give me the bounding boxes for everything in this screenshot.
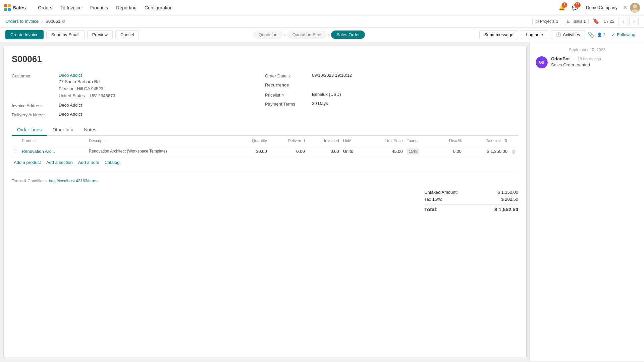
col-unit-price: Unit Price [366, 136, 405, 146]
customer-field: Customer Deco Addict 77 Santa Barbara Rd… [12, 71, 265, 101]
company-name: Demo Company [586, 5, 618, 10]
row-tax-excl: $ 1,350.00 [464, 146, 509, 157]
favorite-icon[interactable]: 🔖 [593, 18, 599, 24]
payment-terms-field: Payment Terms 30 Days [265, 99, 518, 108]
chatter-author: OdooBot [551, 56, 570, 61]
col-delivered: Delivered [269, 136, 307, 146]
next-record-button[interactable]: › [629, 17, 639, 26]
nav-products[interactable]: Products [86, 0, 112, 15]
chatter-text: Sales Order created [551, 62, 639, 67]
delivery-address-value: Deco Addict [59, 112, 82, 117]
row-uom: Units [341, 146, 366, 157]
preview-button[interactable]: Preview [87, 30, 113, 39]
tab-order-lines[interactable]: Order Lines [12, 124, 47, 136]
customer-link[interactable]: Deco Addict [59, 73, 82, 78]
customer-address: 77 Santa Barbara Rd Pleasant Hill CA 945… [59, 78, 115, 99]
order-date-field: Order Date ? 09/10/2023 19:10:12 [265, 71, 518, 80]
prev-record-button[interactable]: ‹ [619, 17, 628, 26]
add-note-link[interactable]: Add a note [78, 160, 99, 165]
create-invoice-button[interactable]: Create Invoice [5, 30, 44, 39]
delete-row-icon[interactable]: 🗑 [512, 149, 516, 154]
nav-configuration[interactable]: Configuration [141, 0, 176, 15]
row-unit-price[interactable]: 45.00 [366, 146, 405, 157]
projects-button[interactable]: ⬡ Projects 1 [532, 18, 561, 25]
status-sales-order[interactable]: Sales Order [331, 31, 365, 39]
projects-label: Projects [540, 19, 554, 24]
add-section-link[interactable]: Add a section [46, 160, 73, 165]
nav-orders[interactable]: Orders [34, 0, 56, 15]
tasks-count: 1 [584, 19, 586, 24]
log-note-button[interactable]: Log note [521, 30, 548, 39]
order-lines-table: Product Descrip... Quantity Delivered In… [12, 136, 518, 157]
order-date-help-icon: ? [288, 74, 290, 78]
untaxed-amount-row: Untaxed Amount: $ 1,350.00 [424, 189, 518, 196]
chatter-message: OB OdooBot – 19 hours ago Sales Order cr… [536, 56, 639, 68]
col-taxes: Taxes [405, 136, 434, 146]
table-row: ⠿ Renovation Arc... Renovation Architect… [12, 146, 518, 157]
main-container: S00061 Customer Deco Addict 77 Santa Bar… [0, 42, 644, 361]
chatter-avatar: OB [536, 56, 548, 68]
product-description: Renovation Architect (Workspace Template… [87, 146, 235, 157]
send-message-button[interactable]: Send message [479, 30, 519, 39]
row-taxes: 15% [405, 146, 434, 157]
invoice-address-value: Deco Addict [59, 103, 82, 108]
product-link[interactable]: Renovation Arc... [22, 149, 55, 154]
attachment-icon[interactable]: 📎 [588, 32, 594, 38]
status-quotation[interactable]: Quotation [253, 31, 283, 39]
clock-icon: 🕐 [556, 32, 561, 37]
status-quotation-sent[interactable]: Quotation Sent [287, 31, 327, 39]
top-navigation: Sales Orders To Invoice Products Reporti… [0, 0, 644, 15]
following-button[interactable]: ✓ Following [608, 31, 639, 39]
col-invoiced: Invoiced [307, 136, 341, 146]
drag-handle[interactable]: ⠿ [14, 149, 17, 154]
tab-other-info[interactable]: Other Info [47, 124, 78, 136]
tasks-button[interactable]: ☑ Tasks 1 [564, 18, 589, 25]
row-quantity[interactable]: 30.00 [235, 146, 269, 157]
columns-icon[interactable]: ⇅ [504, 138, 507, 143]
add-line-actions: Add a product Add a section Add a note C… [12, 157, 518, 168]
payment-terms-value: 30 Days [312, 101, 328, 106]
settings-icon[interactable]: ⚙ [62, 19, 66, 24]
chatter-time: 19 hours ago [578, 57, 601, 61]
col-tax-excl: Tax excl. ⇅ [464, 136, 509, 146]
status-pipeline: Quotation › Quotation Sent › Sales Order [253, 31, 365, 39]
tasks-icon: ☑ [567, 19, 571, 24]
delivery-address-field: Delivery Address Deco Addict [12, 110, 265, 119]
activities-button[interactable]: 🕐 Activities [551, 30, 585, 39]
add-product-link[interactable]: Add a product [14, 160, 41, 165]
followers-count: 👤 2 [597, 33, 605, 37]
app-name: Sales [13, 5, 26, 10]
chatter-area: September 10, 2023 OB OdooBot – 19 hours… [530, 42, 644, 361]
recurrence-field: Recurrence [265, 80, 518, 90]
col-product: Product [20, 136, 87, 146]
odoobot-avatar: OB [536, 56, 548, 68]
catalog-link[interactable]: Catalog [105, 160, 120, 165]
pricelist-help-icon: ? [282, 93, 284, 97]
row-invoiced: 0.00 [307, 146, 341, 157]
svg-point-1 [633, 4, 637, 8]
tab-notes[interactable]: Notes [78, 124, 102, 136]
close-icon[interactable]: ✕ [623, 4, 627, 11]
avatar[interactable] [630, 3, 640, 13]
nav-reporting[interactable]: Reporting [112, 0, 141, 15]
invoice-address-field: Invoice Address Deco Addict [12, 101, 265, 110]
pricelist-value: Benelux (USD) [312, 92, 341, 97]
col-description: Descrip... [87, 136, 235, 146]
nav-to-invoice[interactable]: To Invoice [56, 0, 86, 15]
app-logo[interactable]: Sales [4, 4, 31, 11]
person-icon: 👤 [597, 33, 602, 37]
projects-count: 1 [556, 19, 558, 24]
pricelist-field: Pricelist ? Benelux (USD) [265, 90, 518, 99]
col-disc: Disc.% [434, 136, 464, 146]
send-by-email-button[interactable]: Send by Email [46, 30, 85, 39]
project-tasks-buttons: ⬡ Projects 1 ☑ Tasks 1 [532, 18, 589, 25]
cancel-button[interactable]: Cancel [115, 30, 139, 39]
order-details-grid: Customer Deco Addict 77 Santa Barbara Rd… [12, 71, 518, 119]
pipeline-arrow-1: › [284, 32, 286, 38]
terms-link[interactable]: http://localhost:42163/terms [49, 179, 98, 183]
col-quantity: Quantity [235, 136, 269, 146]
notifications-button[interactable]: 🔔 5 [556, 2, 567, 13]
messages-button[interactable]: 💬 22 [570, 2, 581, 13]
row-disc[interactable]: 0.00 [434, 146, 464, 157]
breadcrumb-parent[interactable]: Orders to Invoice [5, 19, 39, 24]
